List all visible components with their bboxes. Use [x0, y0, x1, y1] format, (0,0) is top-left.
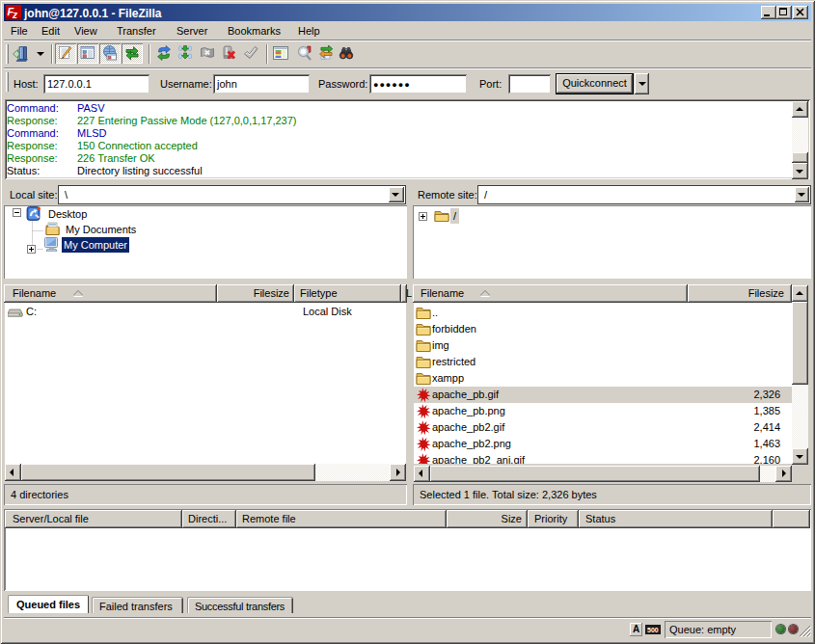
- svg-text:z: z: [12, 10, 17, 20]
